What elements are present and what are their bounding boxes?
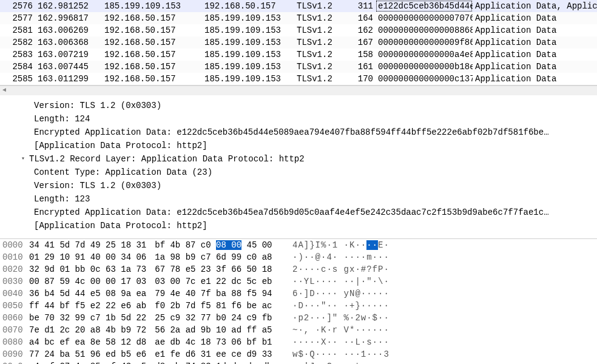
cell-info-b: Application Data (473, 49, 597, 61)
cell-destination: 185.199.109.153 (202, 12, 294, 24)
cell-info-a: 000000000000000b18e… (376, 61, 473, 73)
hex-row[interactable]: 00707e d1 2c 20 a8 4b b9 7256 2a ad 9b 1… (0, 324, 597, 336)
hex-ascii: 6·]D···· yN@····· (284, 288, 390, 300)
hex-offset: 0030 (0, 275, 29, 288)
caret-down-icon[interactable]: ▾ (18, 152, 28, 166)
hex-ascii: ··YL···· ··|·"·\· (284, 275, 390, 288)
cell-source: 192.168.50.157 (102, 36, 202, 49)
hex-row[interactable]: 003000 87 59 4c 00 00 17 0303 00 7c e1 2… (0, 275, 597, 288)
hex-ascii: ·D···"·· ·+}····· (284, 300, 390, 312)
hex-row[interactable]: 001001 29 10 91 40 00 34 061a 98 b9 c7 6… (0, 251, 597, 263)
detail-record2-header[interactable]: ▾ TLSv1.2 Record Layer: Application Data… (6, 152, 597, 166)
cell-source: 185.199.109.153 (102, 0, 202, 12)
packet-row[interactable]: 2585163.011299192.168.50.157185.199.109.… (0, 73, 597, 85)
cell-length: 311 (348, 0, 376, 12)
packet-list[interactable]: 2576162.981252185.199.109.153192.168.50.… (0, 0, 597, 86)
detail-length1[interactable]: Length: 124 (6, 112, 597, 126)
hex-offset: 0070 (0, 324, 29, 336)
cell-info-b: Application Data (473, 61, 597, 73)
cell-time: 163.006368 (35, 36, 102, 49)
hex-row[interactable]: 0080a4 bc ef ea 8e 58 12 d8ae db 4c 18 7… (0, 336, 597, 348)
cell-protocol: TLSv1.2 (294, 49, 348, 61)
packet-list-hscroll[interactable] (0, 86, 597, 95)
hex-pane[interactable]: 000034 41 5d 7d 49 25 18 31bf 4b 87 c0 0… (0, 239, 597, 364)
hex-offset: 0050 (0, 300, 29, 312)
cell-destination: 185.199.109.153 (202, 24, 294, 36)
cell-source: 192.168.50.157 (102, 61, 202, 73)
cell-length: 162 (348, 24, 376, 36)
cell-length: 158 (348, 49, 376, 61)
cell-source: 192.168.50.157 (102, 73, 202, 85)
hex-bytes: c4 cf 27 4a 85 ef 43 a5d8 eb 74 83 1d da… (29, 360, 284, 364)
cell-no: 2581 (0, 24, 35, 36)
hex-bytes: ff 44 bf f5 e2 22 e6 abf0 2b 7d f5 81 f6… (29, 300, 284, 312)
cell-time: 163.007219 (35, 49, 102, 61)
cell-source: 192.168.50.157 (102, 49, 202, 61)
packet-row[interactable]: 2584163.007445192.168.50.157185.199.109.… (0, 61, 597, 73)
cell-protocol: TLSv1.2 (294, 36, 348, 49)
cell-protocol: TLSv1.2 (294, 73, 348, 85)
cell-protocol: TLSv1.2 (294, 61, 348, 73)
packet-row[interactable]: 2577162.996817192.168.50.157185.199.109.… (0, 12, 597, 24)
hex-offset: 0080 (0, 336, 29, 348)
hex-row[interactable]: 004036 b4 5d 44 e5 08 9a ea79 4e 40 7f b… (0, 288, 597, 300)
cell-length: 161 (348, 61, 376, 73)
cell-info-a: 0000000000000007076… (376, 12, 473, 24)
cell-time: 163.006269 (35, 24, 102, 36)
hex-ascii: ··'J··C· ··t····· (284, 360, 390, 364)
detail-appproto2[interactable]: [Application Data Protocol: http2] (6, 219, 597, 232)
cell-no: 2584 (0, 61, 35, 73)
hex-offset: 0020 (0, 263, 29, 275)
cell-time: 162.981252 (35, 0, 102, 12)
cell-source: 192.168.50.157 (102, 12, 202, 24)
cell-time: 163.011299 (35, 73, 102, 85)
hex-ascii: w$·Q···· ···1···3 (284, 348, 390, 360)
cell-length: 170 (348, 73, 376, 85)
detail-ctype2[interactable]: Content Type: Application Data (23) (6, 166, 597, 179)
hex-bytes: 36 b4 5d 44 e5 08 9a ea79 4e 40 7f ba 88… (29, 288, 284, 300)
cell-protocol: TLSv1.2 (294, 0, 348, 12)
cell-info-a: 0000000000000008868… (376, 24, 473, 36)
cell-info-b: Application Data (473, 12, 597, 24)
packet-row[interactable]: 2583163.007219192.168.50.157185.199.109.… (0, 49, 597, 61)
hex-bytes: 7e d1 2c 20 a8 4b b9 7256 2a ad 9b 10 ad… (29, 324, 284, 336)
cell-destination: 185.199.109.153 (202, 73, 294, 85)
cell-info-b: Application Data (473, 24, 597, 36)
hex-row[interactable]: 000034 41 5d 7d 49 25 18 31bf 4b 87 c0 0… (0, 239, 597, 251)
hex-ascii: ·····X·· ··L·s··· (284, 336, 390, 348)
cell-no: 2585 (0, 73, 35, 85)
cell-protocol: TLSv1.2 (294, 24, 348, 36)
hex-row[interactable]: 002032 9d 01 bb 0c 63 1a 7367 78 e5 23 3… (0, 263, 597, 275)
packet-row[interactable]: 2581163.006269192.168.50.157185.199.109.… (0, 24, 597, 36)
cell-destination: 192.168.50.157 (202, 0, 294, 12)
hex-ascii: ~·, ·K·r V*······ (284, 324, 390, 336)
cell-info-b: Application Data, Applic (473, 0, 597, 12)
hex-bytes: a4 bc ef ea 8e 58 12 d8ae db 4c 18 73 06… (29, 336, 284, 348)
detail-appproto1[interactable]: [Application Data Protocol: http2] (6, 139, 597, 152)
detail-encdata1[interactable]: Encrypted Application Data: e122dc5ceb36… (6, 126, 597, 139)
hex-row[interactable]: 0060be 70 32 99 c7 1b 5d 2225 c9 32 77 b… (0, 312, 597, 324)
hex-bytes: be 70 32 99 c7 1b 5d 2225 c9 32 77 b0 24… (29, 312, 284, 324)
detail-length2[interactable]: Length: 123 (6, 192, 597, 206)
hex-row[interactable]: 009077 24 ba 51 96 ed b5 e6e1 fe d6 31 e… (0, 348, 597, 360)
cell-no: 2577 (0, 12, 35, 24)
hex-offset: 0040 (0, 288, 29, 300)
cell-info-a: e122dc5ceb36b45d44e… (376, 0, 473, 12)
packet-row[interactable]: 2576162.981252185.199.109.153192.168.50.… (0, 0, 597, 12)
hex-row[interactable]: 0050ff 44 bf f5 e2 22 e6 abf0 2b 7d f5 8… (0, 300, 597, 312)
hex-ascii: ·)··@·4· ····m··· (284, 251, 390, 263)
cell-destination: 185.199.109.153 (202, 61, 294, 73)
hex-row[interactable]: 00a0c4 cf 27 4a 85 ef 43 a5d8 eb 74 83 1… (0, 360, 597, 364)
cell-destination: 185.199.109.153 (202, 49, 294, 61)
cell-no: 2583 (0, 49, 35, 61)
cell-info-a: 000000000000000c137… (376, 73, 473, 85)
detail-version2[interactable]: Version: TLS 1.2 (0x0303) (6, 179, 597, 192)
detail-version1[interactable]: Version: TLS 1.2 (0x0303) (6, 99, 597, 112)
cell-info-b: Application Data (473, 36, 597, 49)
packet-row[interactable]: 2582163.006368192.168.50.157185.199.109.… (0, 36, 597, 49)
packet-details[interactable]: Version: TLS 1.2 (0x0303) Length: 124 En… (0, 95, 597, 239)
hex-offset: 0000 (0, 239, 29, 251)
cell-no: 2576 (0, 0, 35, 12)
hex-offset: 0010 (0, 251, 29, 263)
detail-encdata2[interactable]: Encrypted Application Data: e122dc5ceb36… (6, 206, 597, 219)
